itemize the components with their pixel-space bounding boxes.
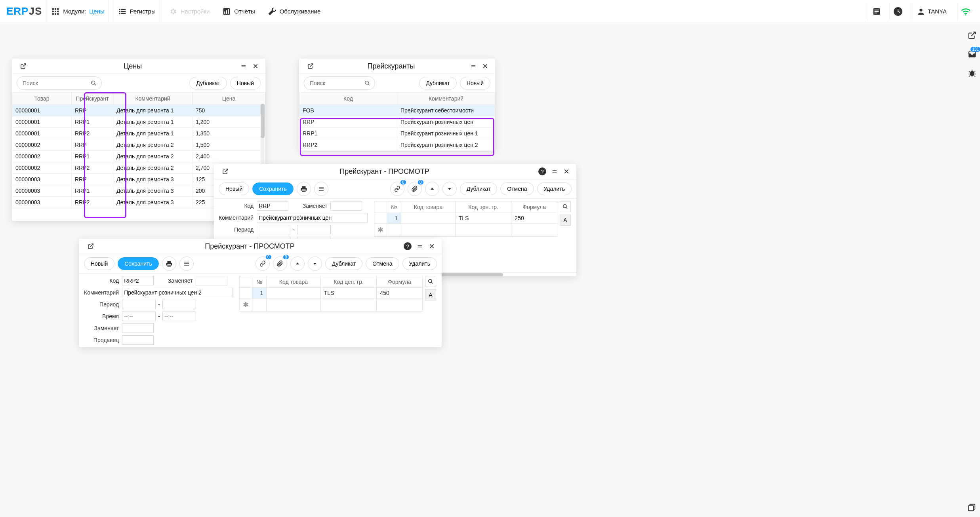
new-button[interactable]: Новый — [230, 77, 261, 89]
minimize-icon[interactable] — [415, 241, 425, 251]
close-icon[interactable] — [427, 241, 437, 251]
table-row[interactable]: RRP1Прейскурант розничных цен 1 — [299, 128, 495, 139]
svg-rect-43 — [184, 262, 189, 262]
open-external-icon[interactable] — [220, 166, 231, 177]
minimize-icon[interactable] — [238, 61, 249, 71]
replaces-field[interactable] — [196, 276, 227, 285]
open-external-icon[interactable] — [967, 30, 977, 40]
seller-field[interactable] — [122, 335, 154, 345]
table-row[interactable]: 00000001RRP1Деталь для ремонта 11,200 — [12, 116, 265, 128]
attachment-button[interactable]: 0 — [408, 182, 422, 196]
table-row[interactable]: 00000002RRPДеталь для ремонта 21,500 — [12, 139, 265, 151]
open-external-icon[interactable] — [18, 61, 29, 71]
svg-rect-18 — [228, 9, 229, 14]
time-to-field[interactable] — [162, 312, 196, 321]
new-button[interactable]: Новый — [460, 77, 490, 89]
table-row[interactable]: RRPПрейскурант розничных цен — [299, 116, 495, 128]
table-row[interactable]: 00000001RRPДеталь для ремонта 1750 — [12, 105, 265, 116]
bug-icon[interactable] — [967, 68, 977, 78]
code-field[interactable] — [257, 201, 288, 211]
window-title: Прейскурант - ПРОСМОТР — [339, 167, 429, 176]
close-icon[interactable] — [561, 166, 572, 177]
save-button[interactable]: Сохранить — [118, 257, 159, 270]
delete-button[interactable]: Удалить — [537, 182, 572, 195]
comment-field[interactable] — [257, 213, 368, 222]
time-from-field[interactable] — [122, 312, 156, 321]
cancel-button[interactable]: Отмена — [366, 257, 399, 270]
duplicate-button[interactable]: Дубликат — [325, 257, 363, 270]
svg-rect-35 — [553, 170, 557, 171]
detail-rows-table[interactable]: № Код товара Код цен. гр. Формула 1TLS45… — [239, 276, 423, 312]
link-button[interactable]: 0 — [390, 182, 404, 196]
comment-field[interactable] — [122, 288, 233, 297]
table-row[interactable]: 00000001RRP2Деталь для ремонта 11,350 — [12, 128, 265, 139]
table-row[interactable]: 1TLS250 — [374, 213, 557, 224]
table-row[interactable]: 00000002RRP1Деталь для ремонта 22,400 — [12, 151, 265, 162]
menu-button[interactable] — [314, 182, 328, 196]
add-row[interactable]: ✱ — [374, 224, 557, 237]
wifi-icon[interactable] — [957, 3, 974, 20]
close-icon[interactable] — [480, 61, 490, 71]
minimize-icon[interactable] — [549, 166, 560, 177]
duplicate-button[interactable]: Дубликат — [419, 77, 457, 89]
code-field[interactable] — [122, 276, 154, 285]
prev-button[interactable] — [425, 182, 439, 196]
svg-rect-13 — [119, 13, 120, 14]
form-fields: Код Заменяет Комментарий Период - Время … — [84, 276, 233, 345]
save-button[interactable]: Сохранить — [252, 182, 294, 195]
next-button[interactable] — [308, 257, 322, 271]
prev-button[interactable] — [290, 257, 305, 271]
nav-modules[interactable]: Модули: Цены — [47, 0, 109, 23]
replaces2-field[interactable] — [122, 323, 154, 333]
add-row[interactable]: ✱ — [240, 298, 423, 312]
tab-a[interactable]: A — [560, 215, 571, 226]
pricelists-table[interactable]: Код Комментарий FOBПрейскурант себестоим… — [299, 93, 495, 151]
nav-reports[interactable]: Отчёты — [218, 0, 259, 23]
user-menu[interactable]: TANYA — [911, 3, 952, 20]
period-to-field[interactable] — [297, 225, 331, 234]
help-icon[interactable]: ? — [538, 167, 546, 175]
attachment-button[interactable]: 0 — [273, 257, 287, 271]
print-button[interactable] — [297, 182, 311, 196]
period-from-field[interactable] — [257, 225, 290, 234]
new-button[interactable]: Новый — [84, 257, 114, 270]
replaces-field[interactable] — [330, 201, 362, 211]
new-button[interactable]: Новый — [219, 182, 249, 195]
close-icon[interactable] — [250, 61, 261, 71]
table-row[interactable]: 1TLS450 — [240, 288, 423, 298]
period-to-field[interactable] — [162, 300, 196, 309]
next-button[interactable] — [442, 182, 457, 196]
svg-rect-30 — [242, 67, 246, 67]
print-button[interactable] — [162, 257, 176, 271]
clock-icon[interactable] — [889, 3, 906, 20]
nav-registers[interactable]: Регистры — [114, 0, 160, 23]
notes-icon[interactable] — [868, 3, 885, 20]
row-search-button[interactable] — [425, 276, 436, 287]
minimize-icon[interactable] — [468, 61, 479, 71]
table-row[interactable]: FOBПрейскурант себестоимости — [299, 105, 495, 116]
window-pricelist-detail-rrp2: Прейскурант - ПРОСМОТР ? Новый Сохранить… — [79, 239, 442, 347]
cancel-button[interactable]: Отмена — [500, 182, 534, 195]
nav-service[interactable]: Обслуживание — [264, 0, 325, 23]
open-external-icon[interactable] — [86, 241, 96, 251]
menu-button[interactable] — [179, 257, 194, 271]
period-from-field[interactable] — [122, 300, 156, 309]
table-row[interactable]: RRP2Прейскурант розничных цен 2 — [299, 139, 495, 151]
detail-rows-table[interactable]: № Код товара Код цен. гр. Формула 1TLS25… — [374, 201, 557, 237]
duplicate-button[interactable]: Дубликат — [460, 182, 498, 195]
inbox-icon[interactable]: 131 — [967, 49, 977, 59]
search-input[interactable] — [304, 76, 375, 90]
svg-rect-5 — [57, 10, 59, 12]
search-input[interactable] — [17, 76, 102, 90]
windows-icon[interactable] — [967, 503, 976, 513]
search-icon — [91, 80, 97, 86]
svg-rect-37 — [319, 187, 324, 187]
row-search-button[interactable] — [560, 201, 571, 212]
help-icon[interactable]: ? — [404, 242, 412, 250]
delete-button[interactable]: Удалить — [402, 257, 437, 270]
open-external-icon[interactable] — [305, 61, 316, 71]
tab-a[interactable]: A — [425, 289, 436, 300]
link-button[interactable]: 0 — [255, 257, 270, 271]
svg-rect-38 — [319, 188, 324, 189]
duplicate-button[interactable]: Дубликат — [189, 77, 227, 89]
